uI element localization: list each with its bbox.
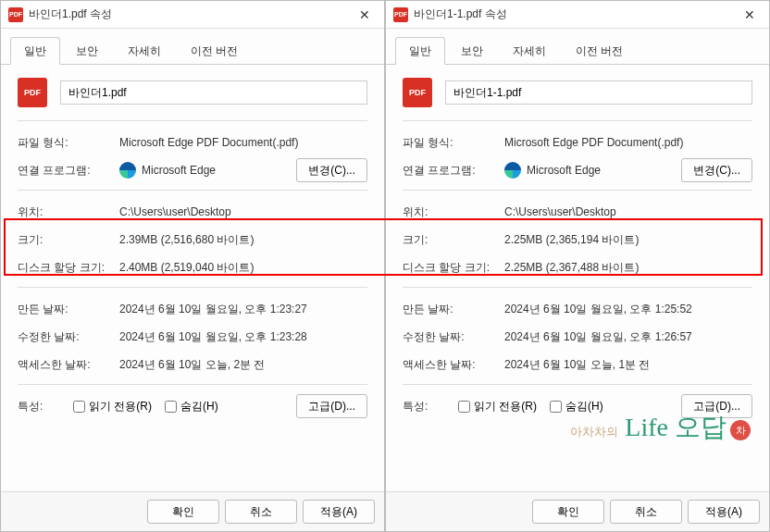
modified-label: 수정한 날짜: (18, 329, 119, 345)
modified-value: 2024년 6월 10일 월요일, 오후 1:23:28 (119, 329, 367, 345)
window-title: 바인더1.pdf 속성 (29, 6, 351, 22)
hidden-label: 숨김(H) (180, 399, 218, 414)
readonly-checkbox-wrap[interactable]: 읽기 전용(R) (458, 399, 537, 414)
created-label: 만든 날짜: (403, 302, 504, 317)
filetype-label: 파일 형식: (403, 135, 504, 151)
attributes-label: 특성: (403, 399, 458, 414)
location-value: C:\Users\user\Desktop (119, 205, 367, 218)
hidden-checkbox-wrap[interactable]: 숨김(H) (550, 399, 603, 414)
tab-general[interactable]: 일반 (395, 37, 445, 65)
titlebar: PDF 바인더1-1.pdf 속성 ✕ (386, 1, 769, 29)
modified-value: 2024년 6월 10일 월요일, 오후 1:26:57 (504, 329, 752, 345)
content-panel: PDF 파일 형식: Microsoft Edge PDF Document(.… (1, 65, 384, 491)
cancel-button[interactable]: 취소 (225, 500, 297, 524)
filetype-value: Microsoft Edge PDF Document(.pdf) (119, 136, 367, 149)
disksize-label: 디스크 할당 크기: (18, 260, 119, 276)
readonly-checkbox-wrap[interactable]: 읽기 전용(R) (73, 399, 152, 414)
disksize-value: 2.25MB (2,367,488 바이트) (504, 260, 752, 276)
readonly-label: 읽기 전용(R) (89, 399, 152, 414)
tab-previous[interactable]: 이전 버전 (177, 37, 252, 65)
tab-strip: 일반 보안 자세히 이전 버전 (1, 29, 384, 65)
edge-icon (119, 162, 136, 179)
size-value: 2.39MB (2,516,680 바이트) (119, 232, 367, 248)
cancel-button[interactable]: 취소 (610, 500, 682, 524)
openwith-value: Microsoft Edge (527, 164, 601, 177)
filetype-label: 파일 형식: (18, 135, 119, 151)
dialog-footer: 확인 취소 적용(A) (386, 491, 769, 531)
location-value: C:\Users\user\Desktop (504, 205, 752, 218)
dialog-footer: 확인 취소 적용(A) (1, 491, 384, 531)
close-button[interactable]: ✕ (351, 4, 379, 26)
filetype-value: Microsoft Edge PDF Document(.pdf) (504, 136, 752, 149)
location-label: 위치: (403, 204, 504, 220)
disksize-value: 2.40MB (2,519,040 바이트) (119, 260, 367, 276)
created-value: 2024년 6월 10일 월요일, 오후 1:23:27 (119, 302, 367, 317)
disksize-label: 디스크 할당 크기: (403, 260, 504, 276)
location-label: 위치: (18, 204, 119, 220)
modified-label: 수정한 날짜: (403, 329, 504, 345)
edge-icon (504, 162, 521, 179)
accessed-label: 액세스한 날짜: (18, 357, 119, 373)
content-panel: PDF 파일 형식: Microsoft Edge PDF Document(.… (386, 65, 769, 491)
apply-button[interactable]: 적용(A) (688, 500, 760, 524)
hidden-checkbox[interactable] (550, 401, 562, 413)
close-button[interactable]: ✕ (736, 4, 764, 26)
size-value: 2.25MB (2,365,194 바이트) (504, 232, 752, 248)
openwith-label: 연결 프로그램: (18, 163, 119, 179)
accessed-value: 2024년 6월 10일 오늘, 1분 전 (504, 357, 752, 373)
tab-general[interactable]: 일반 (10, 37, 60, 65)
tab-security[interactable]: 보안 (447, 37, 497, 65)
tab-security[interactable]: 보안 (62, 37, 112, 65)
readonly-label: 읽기 전용(R) (474, 399, 537, 414)
hidden-checkbox[interactable] (165, 401, 177, 413)
hidden-checkbox-wrap[interactable]: 숨김(H) (165, 399, 218, 414)
pdf-file-icon: PDF (393, 7, 408, 22)
advanced-button[interactable]: 고급(D)... (296, 394, 367, 418)
hidden-label: 숨김(H) (565, 399, 603, 414)
accessed-label: 액세스한 날짜: (403, 357, 504, 373)
filename-input[interactable] (445, 80, 752, 105)
ok-button[interactable]: 확인 (532, 500, 604, 524)
readonly-checkbox[interactable] (458, 401, 470, 413)
pdf-file-icon: PDF (8, 7, 23, 22)
created-label: 만든 날짜: (18, 302, 119, 317)
tab-details[interactable]: 자세히 (499, 37, 560, 65)
pdf-file-icon: PDF (18, 78, 47, 107)
openwith-value: Microsoft Edge (142, 164, 216, 177)
window-title: 바인더1-1.pdf 속성 (414, 6, 736, 22)
filename-input[interactable] (60, 80, 367, 105)
apply-button[interactable]: 적용(A) (303, 500, 375, 524)
properties-dialog-left: PDF 바인더1.pdf 속성 ✕ 일반 보안 자세히 이전 버전 PDF 파일… (0, 0, 385, 532)
properties-dialog-right: PDF 바인더1-1.pdf 속성 ✕ 일반 보안 자세히 이전 버전 PDF … (385, 0, 770, 532)
size-label: 크기: (18, 232, 119, 248)
tab-details[interactable]: 자세히 (114, 37, 175, 65)
titlebar: PDF 바인더1.pdf 속성 ✕ (1, 1, 384, 29)
advanced-button[interactable]: 고급(D)... (681, 394, 752, 418)
accessed-value: 2024년 6월 10일 오늘, 2분 전 (119, 357, 367, 373)
change-button[interactable]: 변경(C)... (681, 158, 752, 182)
tab-previous[interactable]: 이전 버전 (562, 37, 637, 65)
change-button[interactable]: 변경(C)... (296, 158, 367, 182)
attributes-label: 특성: (18, 399, 73, 414)
created-value: 2024년 6월 10일 월요일, 오후 1:25:52 (504, 302, 752, 317)
tab-strip: 일반 보안 자세히 이전 버전 (386, 29, 769, 65)
pdf-file-icon: PDF (403, 78, 432, 107)
readonly-checkbox[interactable] (73, 401, 85, 413)
ok-button[interactable]: 확인 (147, 500, 219, 524)
openwith-label: 연결 프로그램: (403, 163, 504, 179)
size-label: 크기: (403, 232, 504, 248)
